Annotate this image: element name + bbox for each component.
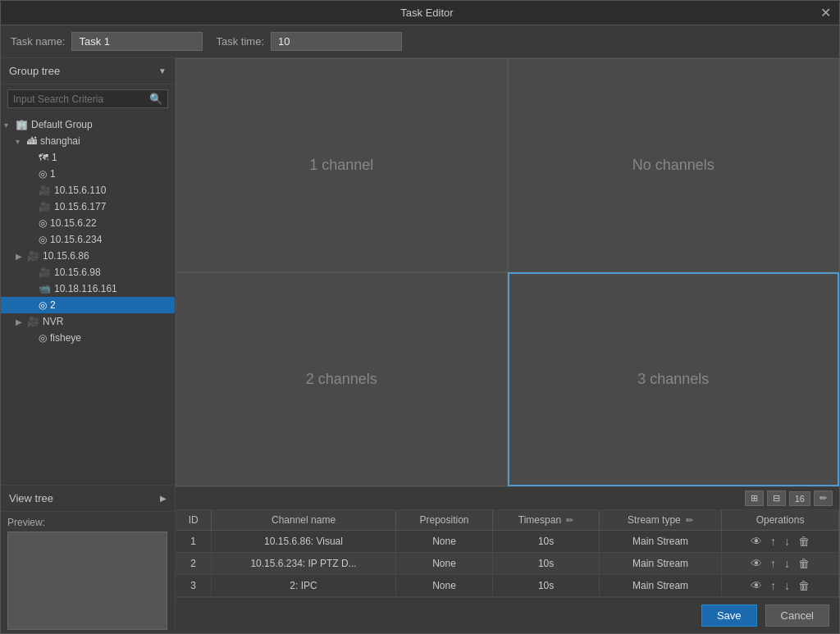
header-row: Task name: Task time:: [1, 25, 839, 58]
tree-item-ip234[interactable]: ◎ 10.15.6.234: [1, 231, 175, 248]
task-name-field: Task name:: [11, 32, 203, 51]
cancel-button[interactable]: Cancel: [765, 604, 829, 627]
tree-item-label: 1: [50, 168, 56, 180]
cell-ops: 👁 ↑ ↓ 🗑: [722, 553, 839, 575]
tree-item-label: 10.15.6.110: [54, 185, 106, 196]
video-cell-4[interactable]: 3 channels: [508, 272, 840, 486]
task-time-field: Task time:: [216, 32, 402, 51]
grid9-btn[interactable]: ⊟: [767, 490, 786, 506]
toggle-icon: ▾: [16, 137, 27, 146]
tree-item-label: Default Group: [31, 119, 93, 130]
up-btn[interactable]: ↑: [769, 579, 778, 592]
camera-icon: ◎: [39, 299, 47, 311]
tree-item-ip116[interactable]: 📹 10.18.116.161: [1, 281, 175, 297]
preview-box: [7, 531, 167, 630]
channels-table: ID Channel name Preposition Timespan ✏ S…: [176, 510, 839, 597]
tree-item-default-group[interactable]: ▾ 🏢 Default Group: [1, 116, 175, 133]
nvr-icon: 🎥: [27, 316, 39, 327]
close-button[interactable]: ✕: [820, 7, 831, 20]
tree-item-nvr[interactable]: ▶ 🎥 NVR: [1, 313, 175, 330]
cell-id: 2: [176, 553, 212, 575]
task-name-input[interactable]: [71, 32, 203, 51]
video-cell-2[interactable]: No channels: [508, 58, 840, 272]
camera-icon: ◎: [39, 168, 47, 180]
task-editor-dialog: Task Editor ✕ Task name: Task time: Grou…: [0, 0, 840, 634]
view-btn[interactable]: 👁: [749, 535, 764, 548]
preview-area: Preview:: [1, 512, 175, 633]
edit-layout-btn[interactable]: ✏: [814, 490, 833, 506]
grid16-btn[interactable]: 16: [789, 491, 810, 506]
cell-preposition: None: [395, 553, 492, 575]
search-input[interactable]: [13, 94, 149, 105]
task-time-input[interactable]: [271, 32, 402, 51]
tree-item-cam1[interactable]: ◎ 1: [1, 166, 175, 182]
table-row: 2 10.15.6.234: IP PTZ D... None 10s Main…: [176, 553, 839, 575]
tree-item-label: 2: [50, 299, 56, 311]
save-button[interactable]: Save: [701, 604, 757, 627]
camera-icon: 🎥: [39, 267, 51, 278]
tree-item-ip177[interactable]: 🎥 10.15.6.177: [1, 198, 175, 215]
toggle-icon: ▶: [16, 252, 27, 261]
tree-item-label: 10.15.6.98: [54, 267, 101, 278]
view-tree-arrow-icon: ▶: [160, 494, 167, 503]
cell-timespan: 10s: [493, 553, 600, 575]
grid4-btn[interactable]: ⊞: [745, 490, 764, 506]
table-header-row: ID Channel name Preposition Timespan ✏ S…: [176, 510, 839, 531]
tree-item-cam2[interactable]: ◎ 2: [1, 297, 175, 313]
tree-item-ip86[interactable]: ▶ 🎥 10.15.6.86: [1, 248, 175, 264]
up-btn[interactable]: ↑: [769, 535, 778, 548]
toggle-icon: ▾: [4, 121, 16, 130]
footer-buttons: Save Cancel: [176, 597, 839, 633]
content-area: 1 channel No channels 2 channels 3 chann…: [176, 58, 839, 633]
down-btn[interactable]: ↓: [783, 557, 792, 570]
tree-item-label: NVR: [43, 316, 63, 327]
cell-label: No channels: [632, 157, 714, 174]
table-row: 1 10.15.6.86: Visual None 10s Main Strea…: [176, 531, 839, 553]
cell-label: 3 channels: [637, 371, 709, 388]
timespan-edit-icon: ✏: [566, 515, 573, 525]
tree-item-label: 10.15.6.177: [54, 201, 106, 212]
tree-item-1-map[interactable]: 🗺 1: [1, 149, 175, 166]
cell-id: 3: [176, 575, 212, 597]
cell-id: 1: [176, 531, 212, 553]
delete-btn[interactable]: 🗑: [797, 579, 811, 592]
tree-item-ip22[interactable]: ◎ 10.15.6.22: [1, 215, 175, 231]
video-cell-1[interactable]: 1 channel: [176, 58, 508, 272]
tree-item-fisheye[interactable]: ◎ fisheye: [1, 330, 175, 346]
down-btn[interactable]: ↓: [783, 579, 792, 592]
cell-stream: Main Stream: [600, 575, 722, 597]
col-id: ID: [176, 510, 212, 531]
map-group-icon: 🏙: [27, 135, 37, 147]
view-tree-label: View tree: [9, 492, 53, 504]
camera-icon: ◎: [39, 217, 47, 229]
search-bar[interactable]: 🔍: [7, 89, 168, 108]
tree-area: ▾ 🏢 Default Group ▾ 🏙 shanghai 🗺 1: [1, 113, 175, 485]
cell-label: 1 channel: [309, 157, 373, 174]
delete-btn[interactable]: 🗑: [797, 557, 811, 570]
col-operations: Operations: [722, 510, 839, 531]
toggle-icon: ▶: [16, 317, 27, 326]
camera-icon: ◎: [39, 234, 47, 245]
map-icon: 🗺: [39, 152, 48, 163]
up-btn[interactable]: ↑: [769, 557, 778, 570]
group-tree-header[interactable]: Group tree ▼: [1, 58, 175, 84]
camera-icon: 🎥: [39, 185, 51, 196]
tree-item-ip98[interactable]: 🎥 10.15.6.98: [1, 264, 175, 281]
dialog-title: Task Editor: [34, 7, 820, 19]
cell-preposition: None: [395, 531, 492, 553]
view-tree-bar[interactable]: View tree ▶: [1, 485, 175, 512]
tree-item-ip110[interactable]: 🎥 10.15.6.110: [1, 182, 175, 198]
video-cell-3[interactable]: 2 channels: [176, 272, 508, 486]
tree-item-shanghai[interactable]: ▾ 🏙 shanghai: [1, 133, 175, 149]
task-time-label: Task time:: [216, 35, 264, 48]
cell-channel: 2: IPC: [212, 575, 396, 597]
down-btn[interactable]: ↓: [783, 535, 792, 548]
col-channel-name: Channel name: [212, 510, 396, 531]
view-btn[interactable]: 👁: [749, 557, 764, 570]
stream-edit-icon: ✏: [686, 515, 693, 525]
bottom-toolbar: ⊞ ⊟ 16 ✏: [176, 487, 839, 510]
delete-btn[interactable]: 🗑: [797, 535, 811, 548]
fisheye-icon: ◎: [39, 332, 47, 344]
view-btn[interactable]: 👁: [749, 579, 764, 592]
camera-icon: 🎥: [27, 250, 39, 262]
